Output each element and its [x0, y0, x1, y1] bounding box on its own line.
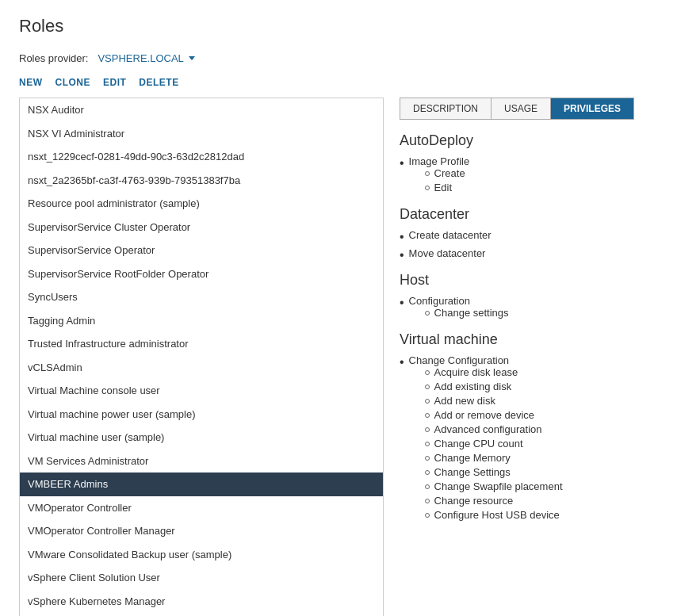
sub-item-label: Change resource	[434, 495, 514, 507]
roles-list-item[interactable]: vCLSAdmin	[20, 356, 383, 380]
roles-list-item[interactable]: Trusted Infrastructure administrator	[20, 332, 383, 356]
sub-item: Edit	[425, 182, 470, 193]
sub-item: Add existing disk	[425, 381, 563, 392]
sub-item: Add new disk	[425, 395, 563, 407]
roles-provider-row: Roles provider: VSPHERE.LOCAL	[19, 52, 681, 64]
sub-circle-icon	[425, 311, 430, 316]
privilege-item-label: Create datacenter	[409, 229, 492, 241]
roles-provider-value-text: VSPHERE.LOCAL	[98, 52, 183, 64]
sub-item: Change Memory	[425, 452, 563, 464]
sub-circle-icon	[425, 171, 430, 176]
tab-privileges[interactable]: PRIVILEGES	[551, 98, 633, 119]
privilege-item: •Image ProfileCreateEdit	[400, 155, 665, 197]
sub-item-label: Change Memory	[434, 452, 511, 464]
roles-list-item[interactable]: VMOperator Controller Manager	[20, 519, 383, 543]
section-title-datacenter: Datacenter	[400, 206, 665, 223]
page-title: Roles	[19, 16, 681, 36]
sub-item-label: Edit	[434, 182, 452, 193]
sub-circle-icon	[425, 399, 430, 404]
sub-circle-icon	[425, 456, 430, 461]
bullet-dot-icon: •	[400, 295, 404, 310]
roles-list-item[interactable]: vSphere Client Solution User	[20, 566, 383, 590]
sub-item-label: Add existing disk	[434, 381, 512, 392]
sub-item-label: Acquire disk lease	[434, 366, 518, 378]
sub-circle-icon	[425, 186, 430, 190]
roles-list-item[interactable]: VMBEER Admins	[20, 473, 383, 496]
sub-item: Change resource	[425, 495, 563, 507]
privilege-item: •Move datacenter	[400, 247, 665, 262]
edit-button[interactable]: EDIT	[103, 77, 126, 88]
roles-list-item[interactable]: VM Services Administrator	[20, 450, 383, 473]
sub-circle-icon	[425, 513, 430, 518]
privilege-item: •ConfigurationChange settings	[400, 295, 665, 322]
roles-list-item[interactable]: vStatsAdmin	[20, 613, 383, 616]
roles-list-item[interactable]: SupervisorService RootFolder Operator	[20, 262, 383, 286]
roles-list-item[interactable]: VMware Consolidated Backup user (sample)	[20, 543, 383, 567]
sub-circle-icon	[425, 470, 430, 475]
clone-button[interactable]: CLONE	[55, 77, 91, 88]
sub-item-label: Change Swapfile placement	[434, 480, 563, 492]
privilege-item-label: Configuration	[409, 295, 470, 307]
sub-item-label: Change CPU count	[434, 438, 523, 450]
delete-button[interactable]: DELETE	[139, 77, 178, 88]
chevron-down-icon	[189, 56, 195, 60]
roles-list-item[interactable]: VMOperator Controller	[20, 496, 383, 520]
roles-list-item[interactable]: nsxt_1229cecf-0281-49dd-90c3-63d2c2812da…	[20, 145, 383, 169]
sub-item: Add or remove device	[425, 409, 563, 421]
sub-item-label: Change settings	[434, 307, 509, 319]
sub-items-list: Acquire disk leaseAdd existing diskAdd n…	[425, 366, 563, 521]
bullet-dot-icon: •	[400, 229, 404, 244]
sub-circle-icon	[425, 413, 430, 418]
sub-circle-icon	[425, 499, 430, 503]
sub-item-label: Add or remove device	[434, 409, 534, 421]
sub-circle-icon	[425, 442, 430, 446]
sub-item-label: Change Settings	[434, 466, 511, 478]
sub-item: Create	[425, 167, 470, 179]
roles-list-item[interactable]: Virtual machine user (sample)	[20, 426, 383, 450]
roles-list-item[interactable]: NSX VI Administrator	[20, 122, 383, 146]
roles-list-item[interactable]: vSphere Kubernetes Manager	[20, 590, 383, 614]
roles-list-item[interactable]: NSX Auditor	[20, 98, 383, 122]
sub-item: Advanced configuration	[425, 423, 563, 435]
sub-items-list: CreateEdit	[425, 167, 470, 193]
roles-list-item[interactable]: SupervisorService Operator	[20, 239, 383, 262]
sub-circle-icon	[425, 484, 430, 489]
main-layout: NSX AuditorNSX VI Administratornsxt_1229…	[19, 98, 681, 616]
section-title-autodeploy: AutoDeploy	[400, 132, 665, 149]
roles-provider-dropdown[interactable]: VSPHERE.LOCAL	[98, 52, 194, 64]
roles-list-item[interactable]: SupervisorService Cluster Operator	[20, 216, 383, 239]
sub-item: Change CPU count	[425, 438, 563, 450]
privilege-item-label: Change Configuration	[409, 354, 509, 366]
roles-list-item[interactable]: SyncUsers	[20, 285, 383, 309]
bullet-dot-icon: •	[400, 354, 404, 369]
bullet-dot-icon: •	[400, 247, 404, 262]
sub-item: Configure Host USB device	[425, 509, 563, 521]
sub-item: Change settings	[425, 307, 509, 319]
toolbar: NEW CLONE EDIT DELETE	[19, 77, 681, 88]
sub-item-label: Configure Host USB device	[434, 509, 560, 521]
tab-description[interactable]: DESCRIPTION	[400, 98, 492, 119]
roles-list: NSX AuditorNSX VI Administratornsxt_1229…	[19, 98, 384, 616]
roles-list-item[interactable]: nsxt_2a2365bf-ca3f-4763-939b-79351383f7b…	[20, 169, 383, 193]
section-title-virtual-machine: Virtual machine	[400, 331, 665, 348]
privileges-panel: DESCRIPTIONUSAGEPRIVILEGES AutoDeploy•Im…	[384, 98, 681, 616]
roles-list-item[interactable]: Resource pool administrator (sample)	[20, 192, 383, 216]
roles-list-item[interactable]: Virtual Machine console user	[20, 379, 383, 403]
sub-items-list: Change settings	[425, 307, 509, 319]
privilege-item-label: Move datacenter	[409, 247, 486, 259]
privilege-item: •Create datacenter	[400, 229, 665, 244]
section-title-host: Host	[400, 272, 665, 289]
new-button[interactable]: NEW	[19, 77, 43, 88]
page-container: Roles Roles provider: VSPHERE.LOCAL NEW …	[0, 0, 700, 616]
sub-item-label: Advanced configuration	[434, 423, 542, 435]
roles-list-item[interactable]: Tagging Admin	[20, 309, 383, 333]
roles-list-item[interactable]: Virtual machine power user (sample)	[20, 403, 383, 427]
privileges-content: AutoDeploy•Image ProfileCreateEditDatace…	[400, 132, 665, 524]
tab-usage[interactable]: USAGE	[492, 98, 551, 119]
sub-item-label: Create	[434, 167, 465, 179]
bullet-dot-icon: •	[400, 155, 404, 170]
sub-circle-icon	[425, 385, 430, 389]
sub-item: Change Swapfile placement	[425, 480, 563, 492]
tab-bar: DESCRIPTIONUSAGEPRIVILEGES	[400, 98, 634, 120]
sub-item: Acquire disk lease	[425, 366, 563, 378]
